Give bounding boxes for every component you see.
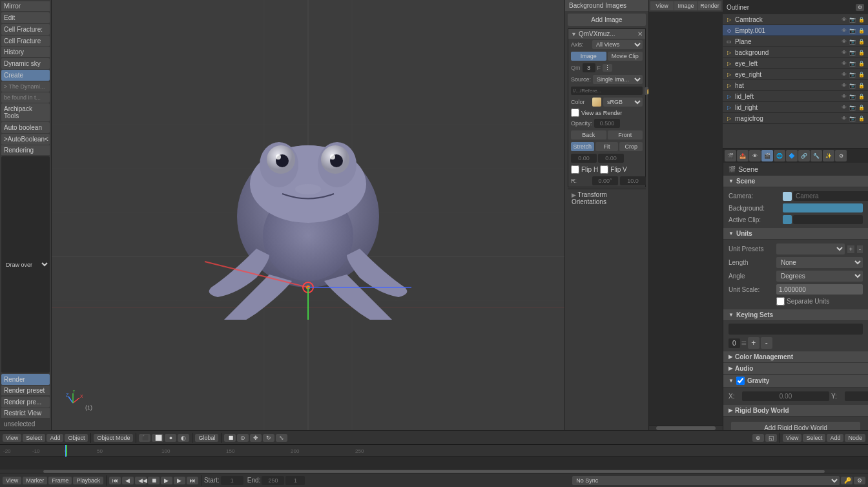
obj-item-empty001[interactable]: ◇ Empty.001 👁 📷 🔒: [723, 25, 868, 36]
prev-keyframe-btn[interactable]: ⏮: [109, 477, 121, 484]
shading-mat-btn[interactable]: ●: [165, 434, 176, 442]
stop-btn[interactable]: ⏹: [148, 477, 160, 484]
next-keyframe-btn[interactable]: ⏭: [187, 477, 198, 484]
eyeright-vis-btn[interactable]: 👁: [841, 71, 847, 78]
shading-wire-btn[interactable]: ⬜: [152, 434, 163, 442]
image-tab[interactable]: Image: [571, 52, 606, 61]
lidleft-lock-btn[interactable]: 🔒: [858, 93, 865, 100]
eyeleft-lock-btn[interactable]: 🔒: [858, 60, 865, 67]
p-tab-particles[interactable]: ✨: [823, 150, 834, 161]
create-btn[interactable]: Create: [1, 70, 50, 81]
p-tab-scene[interactable]: 🎬: [761, 150, 773, 161]
fit-btn[interactable]: Fit: [595, 142, 619, 151]
qm-extra-btn[interactable]: ⋮: [603, 64, 612, 72]
audio-header[interactable]: ▶ Audio: [723, 363, 868, 375]
obj-item-plane[interactable]: ▭ Plane 👁 📷 🔒: [723, 36, 868, 47]
proportional-btn[interactable]: ⊙: [237, 434, 249, 442]
keying-input[interactable]: [728, 324, 863, 335]
qm-input[interactable]: [583, 63, 595, 72]
empty001-cam-btn[interactable]: 📷: [849, 27, 856, 34]
empty001-lock-btn[interactable]: 🔒: [858, 27, 865, 34]
axis-select[interactable]: All Views: [592, 40, 643, 49]
edit-btn[interactable]: Edit: [1, 12, 50, 23]
lidleft-cam-btn[interactable]: 📷: [849, 93, 856, 100]
plane-cam-btn[interactable]: 📷: [849, 38, 856, 45]
play-reverse-btn[interactable]: ◀◀: [135, 477, 147, 484]
obj-item-camtrack[interactable]: ▷ Camtrack 👁 📷 🔒: [723, 14, 868, 25]
p-tab-modifier[interactable]: 🔧: [811, 150, 822, 161]
color-select[interactable]: sRGB: [603, 98, 643, 107]
hat-lock-btn[interactable]: 🔒: [858, 82, 865, 89]
p-tab-physics[interactable]: ⚙: [835, 150, 847, 161]
camtrack-cam-btn[interactable]: 📷: [849, 16, 856, 23]
snap-btn[interactable]: 🔲: [224, 434, 236, 442]
bg-vis-btn[interactable]: 👁: [841, 49, 847, 56]
add-image-btn[interactable]: Add Image: [568, 14, 646, 26]
sync-select[interactable]: No Sync: [572, 476, 840, 485]
lidleft-vis-btn[interactable]: 👁: [841, 93, 847, 100]
movie-clip-tab[interactable]: Movie Clip: [608, 52, 643, 61]
stretch-btn[interactable]: Stretch: [571, 142, 594, 151]
shading-render-btn[interactable]: ◐: [178, 434, 189, 442]
object-toolbar-btn[interactable]: Object: [65, 434, 88, 442]
eyeright-lock-btn[interactable]: 🔒: [858, 71, 865, 78]
render-btn[interactable]: Render: [1, 374, 50, 385]
prev-frame-btn[interactable]: ◀: [122, 477, 134, 484]
scene-section-header[interactable]: ▼ Scene: [723, 176, 868, 187]
p-tab-obj[interactable]: 🔷: [786, 150, 798, 161]
render-btn[interactable]: Render: [698, 1, 721, 10]
frame-control-btn[interactable]: Frame: [48, 477, 72, 484]
outliner-filter-btn[interactable]: ⚙: [856, 4, 864, 11]
current-frame-input[interactable]: [285, 476, 305, 485]
qmvx-close-btn[interactable]: ✕: [637, 30, 643, 37]
node-btn[interactable]: Node: [845, 434, 865, 442]
autoboolean-btn[interactable]: >AutoBoolean<: [1, 134, 50, 145]
p-tab-output[interactable]: 📤: [737, 150, 749, 161]
add-rigid-body-btn[interactable]: Add Rigid Body World: [731, 422, 860, 430]
keying-sets-header[interactable]: ▼ Keying Sets: [723, 309, 868, 321]
keying-btn[interactable]: 🔑: [841, 477, 852, 484]
obj-item-background[interactable]: ▷ background 👁 📷 🔒: [723, 47, 868, 58]
move-btn[interactable]: ✥: [250, 434, 262, 442]
separate-units-check[interactable]: [776, 297, 785, 306]
keying-add-btn[interactable]: +: [748, 337, 760, 349]
timeline-track[interactable]: [0, 457, 868, 473]
end-frame-input[interactable]: [262, 476, 284, 485]
render-pre-btn[interactable]: Render pre...: [1, 397, 50, 408]
p-tab-render[interactable]: 🎬: [725, 150, 736, 161]
timeline-scrollbar[interactable]: [0, 470, 868, 473]
units-section-header[interactable]: ▼ Units: [723, 228, 868, 240]
timeline-extra-btn[interactable]: ⚙: [854, 477, 865, 484]
mid-scrollbar[interactable]: [649, 425, 723, 430]
hat-vis-btn[interactable]: 👁: [841, 82, 847, 89]
add2-btn[interactable]: Add: [827, 434, 843, 442]
view-status-btn[interactable]: View: [3, 477, 21, 484]
unit-presets-add-btn[interactable]: +: [847, 245, 854, 253]
unit-presets-remove-btn[interactable]: -: [857, 245, 863, 253]
background-color-swatch[interactable]: [783, 203, 863, 212]
lidright-lock-btn[interactable]: 🔒: [858, 104, 865, 111]
magicfrog-cam-btn[interactable]: 📷: [849, 115, 856, 122]
gravity-check[interactable]: [736, 377, 745, 385]
obj-item-hat[interactable]: ▷ hat 👁 📷 🔒: [723, 80, 868, 91]
separate-units-label[interactable]: Separate Units: [776, 297, 829, 306]
crop-btn[interactable]: Crop: [619, 142, 643, 151]
bg-cam-btn[interactable]: 📷: [849, 49, 856, 56]
x2-input[interactable]: [620, 176, 646, 185]
p-tab-view[interactable]: 👁: [749, 150, 761, 161]
view2-btn[interactable]: View: [783, 434, 801, 442]
view-btn[interactable]: View: [650, 1, 674, 10]
r-input[interactable]: [592, 176, 618, 185]
angle-select[interactable]: Degrees: [776, 271, 863, 282]
unit-presets-select[interactable]: [776, 244, 845, 254]
cell-fracture-btn[interactable]: Cell Fracture: [1, 36, 50, 47]
play-btn[interactable]: ▶: [161, 477, 172, 484]
obj-item-lidright[interactable]: ▷ lid_right 👁 📷 🔒: [723, 102, 868, 113]
dynamic-sky-btn[interactable]: Dynamic sky: [1, 58, 50, 69]
eyeleft-cam-btn[interactable]: 📷: [849, 60, 856, 67]
obj-item-eyeleft[interactable]: ▷ eye_left 👁 📷 🔒: [723, 58, 868, 69]
add-toolbar-btn[interactable]: Add: [46, 434, 63, 442]
view-as-render-check[interactable]: [571, 109, 579, 117]
keying-remove-btn[interactable]: -: [761, 337, 772, 349]
mode-btn[interactable]: Object Mode: [94, 434, 133, 442]
